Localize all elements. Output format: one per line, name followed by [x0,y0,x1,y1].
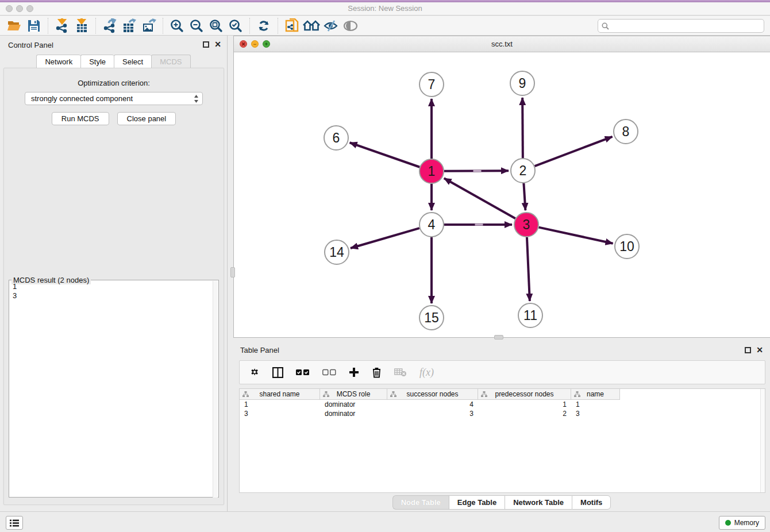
dropdown-value: strongly connected component [31,94,133,103]
column-header-name[interactable]: name [571,389,620,400]
mcds-result-title: MCDS result (2 nodes) [11,276,91,284]
table-cell[interactable]: dominator [320,400,387,409]
table-row[interactable]: 1dominator411 [240,400,765,409]
edge-3-1[interactable] [444,178,515,218]
svg-text:7: 7 [428,77,436,92]
delete-table-icon[interactable] [394,368,407,377]
edge-2-9[interactable] [522,98,523,158]
function-builder-icon[interactable]: f(x) [419,367,434,379]
tab-edge-table[interactable]: Edge Table [449,495,505,510]
close-table-panel-icon[interactable]: ✕ [756,345,763,354]
table-cell[interactable]: 1 [478,400,571,409]
float-table-panel-icon[interactable] [745,347,751,353]
open-session-icon[interactable] [5,17,24,34]
optimization-criterion-label: Optimization criterion: [4,79,224,87]
table-cell[interactable]: 3 [240,409,320,418]
add-column-icon[interactable] [349,367,359,377]
table-cell[interactable]: 2 [478,409,571,418]
search-field[interactable] [598,19,764,33]
table-cell[interactable]: 3 [571,409,620,418]
tab-node-table[interactable]: Node Table [392,495,449,510]
column-header-successor-nodes[interactable]: successor nodes [387,389,478,400]
task-history-button[interactable] [6,516,23,530]
edge-2-8[interactable] [535,137,613,166]
save-session-icon[interactable] [24,17,44,34]
tab-select[interactable]: Select [114,55,151,68]
table-panel: Table Panel ✕ [233,342,770,511]
import-table-icon[interactable] [72,17,91,34]
svg-text:10: 10 [619,239,634,254]
toolbar-separator [278,18,278,34]
graph-node-3[interactable]: 3 [514,213,538,237]
tab-motifs[interactable]: Motifs [572,495,611,510]
show-eye-icon[interactable] [341,17,360,34]
table-row[interactable]: 3dominator323 [240,409,765,418]
edge-2-3[interactable] [523,183,525,210]
graph-node-11[interactable]: 11 [518,303,542,327]
tab-style[interactable]: Style [80,55,114,68]
close-panel-icon[interactable]: ✕ [214,40,221,49]
search-input[interactable] [612,22,760,30]
export-image-icon[interactable] [139,17,159,34]
graph-node-2[interactable]: 2 [511,159,535,183]
refresh-icon[interactable] [254,17,274,34]
column-header-MCDS-role[interactable]: MCDS role [320,389,387,400]
graph-node-15[interactable]: 15 [419,306,444,330]
network-window-titlebar: ✕ − + scc.txt [234,36,770,52]
edge-1-6[interactable] [350,142,420,167]
table-cell[interactable]: dominator [320,409,387,418]
zoom-fit-icon[interactable] [206,17,226,34]
graph-node-6[interactable]: 6 [324,126,348,150]
optimization-criterion-dropdown[interactable]: strongly connected component [25,92,203,105]
window-title: Session: New Session [0,4,770,13]
graph-node-4[interactable]: 4 [419,213,444,237]
export-table-icon[interactable] [120,17,139,34]
settings-gear-icon[interactable] [249,367,260,378]
main-toolbar [0,16,770,36]
graph-node-14[interactable]: 14 [325,240,349,264]
graph-node-8[interactable]: 8 [614,119,638,144]
zoom-out-icon[interactable] [187,17,206,34]
tab-mcds[interactable]: MCDS [151,55,190,68]
graph-node-7[interactable]: 7 [419,72,444,97]
edge-4-14[interactable] [351,228,419,248]
graph-node-1[interactable]: 1 [419,159,444,183]
graph-node-10[interactable]: 10 [615,234,639,259]
svg-text:11: 11 [523,308,537,323]
split-drag-handle-horizontal[interactable] [494,335,503,340]
table-cell[interactable]: 4 [387,400,478,409]
svg-text:4: 4 [428,217,436,232]
delete-column-icon[interactable] [372,367,382,378]
home-views-icon[interactable] [302,17,321,34]
hide-eye-icon[interactable] [321,17,341,34]
memory-button[interactable]: Memory [719,516,765,530]
mcds-result-scrollbar[interactable] [213,281,218,498]
edge-3-10[interactable] [538,228,613,244]
node-table: shared nameMCDS rolesuccessor nodesprede… [239,388,765,493]
network-canvas[interactable]: 7968124314101511 [234,52,769,337]
close-panel-button[interactable]: Close panel [117,112,176,125]
column-header-shared-name[interactable]: shared name [240,389,320,400]
select-all-checks-icon[interactable] [296,369,310,376]
deselect-all-checks-icon[interactable] [322,369,336,376]
column-layout-icon[interactable] [272,367,283,378]
float-panel-icon[interactable] [203,41,209,48]
export-network-icon[interactable] [100,17,120,34]
graph-node-9[interactable]: 9 [510,71,534,95]
run-mcds-button[interactable]: Run MCDS [52,112,109,125]
table-cell[interactable]: 1 [571,400,620,409]
column-header-predecessor-nodes[interactable]: predecessor nodes [478,389,571,400]
import-network-icon[interactable] [52,17,72,34]
tab-network-table[interactable]: Network Table [505,495,572,510]
zoom-selected-icon[interactable] [226,17,245,34]
svg-text:9: 9 [519,76,526,91]
zoom-in-icon[interactable] [167,17,187,34]
clone-network-icon[interactable] [282,17,302,34]
edge-3-11[interactable] [527,237,530,301]
table-cell[interactable]: 3 [387,409,478,418]
tab-network[interactable]: Network [36,55,80,68]
table-cell[interactable]: 1 [240,400,320,409]
table-scrollbar[interactable] [760,389,765,492]
toolbar-separator [95,18,96,34]
split-drag-handle-vertical[interactable] [230,267,235,277]
